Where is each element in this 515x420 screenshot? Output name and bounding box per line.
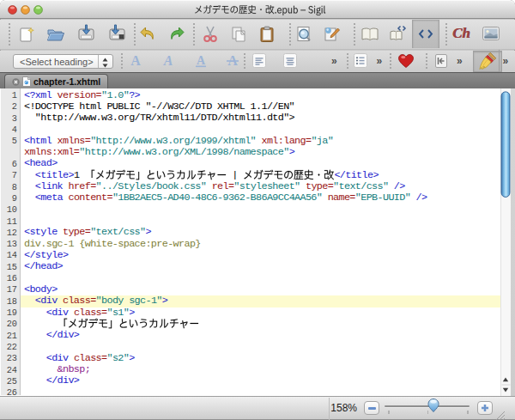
svg-text:A: A (197, 53, 206, 66)
svg-text:A: A (130, 53, 141, 68)
svg-text:A: A (163, 53, 173, 68)
